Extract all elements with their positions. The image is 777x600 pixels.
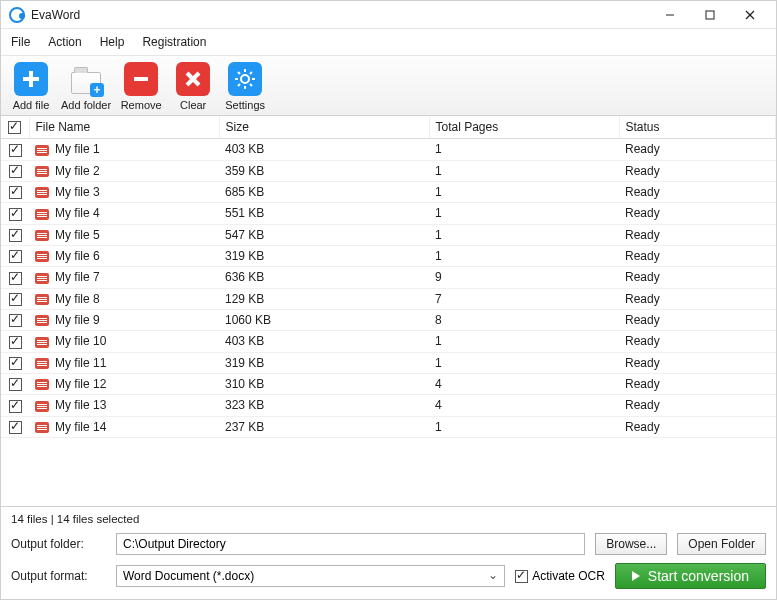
column-header-filename[interactable]: File Name xyxy=(29,116,219,139)
file-pages: 1 xyxy=(429,352,619,373)
row-checkbox[interactable] xyxy=(9,293,22,306)
file-size: 1060 KB xyxy=(219,309,429,330)
file-status: Ready xyxy=(619,309,776,330)
table-row[interactable]: My file 91060 KB8Ready xyxy=(1,309,776,330)
file-size: 319 KB xyxy=(219,352,429,373)
file-status: Ready xyxy=(619,352,776,373)
output-format-select[interactable]: Word Document (*.docx) xyxy=(116,565,505,587)
clear-label: Clear xyxy=(180,99,206,111)
svg-line-15 xyxy=(250,84,252,86)
remove-icon xyxy=(124,62,158,96)
pdf-icon xyxy=(35,145,49,156)
svg-line-17 xyxy=(238,84,240,86)
file-status: Ready xyxy=(619,181,776,202)
row-checkbox[interactable] xyxy=(9,229,22,242)
row-checkbox[interactable] xyxy=(9,186,22,199)
table-row[interactable]: My file 8129 KB7Ready xyxy=(1,288,776,309)
file-status: Ready xyxy=(619,245,776,266)
titlebar: EvaWord xyxy=(1,1,776,29)
row-checkbox[interactable] xyxy=(9,421,22,434)
row-checkbox[interactable] xyxy=(9,208,22,221)
file-name: My file 12 xyxy=(55,377,106,391)
file-size: 310 KB xyxy=(219,373,429,394)
table-row[interactable]: My file 2359 KB1Ready xyxy=(1,160,776,181)
table-row[interactable]: My file 5547 KB1Ready xyxy=(1,224,776,245)
clear-button[interactable]: Clear xyxy=(171,62,215,111)
table-row[interactable]: My file 11319 KB1Ready xyxy=(1,352,776,373)
maximize-button[interactable] xyxy=(690,1,730,29)
table-row[interactable]: My file 4551 KB1Ready xyxy=(1,203,776,224)
file-status: Ready xyxy=(619,288,776,309)
file-name: My file 1 xyxy=(55,142,100,156)
row-checkbox[interactable] xyxy=(9,272,22,285)
row-checkbox[interactable] xyxy=(9,314,22,327)
open-folder-button[interactable]: Open Folder xyxy=(677,533,766,555)
pdf-icon xyxy=(35,294,49,305)
column-header-pages[interactable]: Total Pages xyxy=(429,116,619,139)
file-status: Ready xyxy=(619,139,776,160)
add-file-button[interactable]: Add file xyxy=(9,62,53,111)
menu-action[interactable]: Action xyxy=(46,33,83,51)
file-size: 323 KB xyxy=(219,395,429,416)
add-folder-button[interactable]: + Add folder xyxy=(61,62,111,111)
svg-line-16 xyxy=(250,72,252,74)
select-all-checkbox[interactable] xyxy=(8,121,21,134)
file-status: Ready xyxy=(619,373,776,394)
add-folder-label: Add folder xyxy=(61,99,111,111)
table-row[interactable]: My file 12310 KB4Ready xyxy=(1,373,776,394)
output-folder-label: Output folder: xyxy=(11,537,106,551)
column-header-checkbox[interactable] xyxy=(1,116,29,139)
toolbar: Add file + Add folder Remove Clear Setti… xyxy=(1,56,776,116)
file-size: 237 KB xyxy=(219,416,429,437)
output-format-label: Output format: xyxy=(11,569,106,583)
table-row[interactable]: My file 14237 KB1Ready xyxy=(1,416,776,437)
close-icon xyxy=(745,10,755,20)
output-folder-input[interactable] xyxy=(116,533,585,555)
row-checkbox[interactable] xyxy=(9,250,22,263)
svg-line-14 xyxy=(238,72,240,74)
file-pages: 1 xyxy=(429,203,619,224)
minimize-button[interactable] xyxy=(650,1,690,29)
app-title: EvaWord xyxy=(31,8,80,22)
table-row[interactable]: My file 7636 KB9Ready xyxy=(1,267,776,288)
file-pages: 1 xyxy=(429,160,619,181)
clear-icon xyxy=(176,62,210,96)
pdf-icon xyxy=(35,209,49,220)
pdf-icon xyxy=(35,273,49,284)
column-header-status[interactable]: Status xyxy=(619,116,776,139)
column-header-size[interactable]: Size xyxy=(219,116,429,139)
file-size: 685 KB xyxy=(219,181,429,202)
table-row[interactable]: My file 13323 KB4Ready xyxy=(1,395,776,416)
browse-button[interactable]: Browse... xyxy=(595,533,667,555)
settings-button[interactable]: Settings xyxy=(223,62,267,111)
table-row[interactable]: My file 10403 KB1Ready xyxy=(1,331,776,352)
row-checkbox[interactable] xyxy=(9,336,22,349)
row-checkbox[interactable] xyxy=(9,144,22,157)
table-row[interactable]: My file 1403 KB1Ready xyxy=(1,139,776,160)
file-name: My file 2 xyxy=(55,164,100,178)
row-checkbox[interactable] xyxy=(9,165,22,178)
start-conversion-button[interactable]: Start conversion xyxy=(615,563,766,589)
file-table-wrap: File Name Size Total Pages Status My fil… xyxy=(1,116,776,506)
menubar: File Action Help Registration xyxy=(1,29,776,56)
output-format-row: Output format: Word Document (*.docx) Ac… xyxy=(11,563,766,589)
pdf-icon xyxy=(35,401,49,412)
ocr-check-icon xyxy=(515,570,528,583)
row-checkbox[interactable] xyxy=(9,378,22,391)
menu-file[interactable]: File xyxy=(9,33,32,51)
row-checkbox[interactable] xyxy=(9,357,22,370)
menu-registration[interactable]: Registration xyxy=(140,33,208,51)
file-name: My file 11 xyxy=(55,356,106,370)
menu-help[interactable]: Help xyxy=(98,33,127,51)
file-pages: 1 xyxy=(429,245,619,266)
close-button[interactable] xyxy=(730,1,770,29)
remove-button[interactable]: Remove xyxy=(119,62,163,111)
table-row[interactable]: My file 6319 KB1Ready xyxy=(1,245,776,266)
svg-point-9 xyxy=(241,75,249,83)
table-row[interactable]: My file 3685 KB1Ready xyxy=(1,181,776,202)
file-name: My file 6 xyxy=(55,249,100,263)
pdf-icon xyxy=(35,358,49,369)
row-checkbox[interactable] xyxy=(9,400,22,413)
activate-ocr-checkbox[interactable]: Activate OCR xyxy=(515,569,605,583)
maximize-icon xyxy=(705,10,715,20)
